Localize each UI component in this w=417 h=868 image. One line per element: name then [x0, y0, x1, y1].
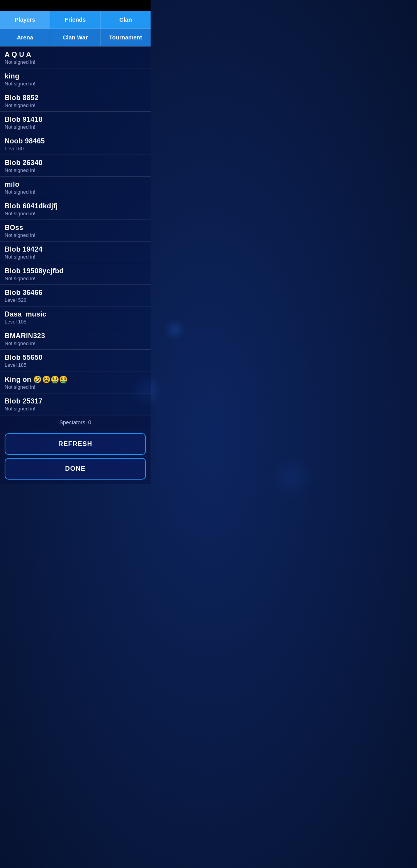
- player-name: Blob 19424: [5, 245, 146, 254]
- player-item[interactable]: Noob 98465Level 60: [0, 133, 151, 155]
- refresh-button[interactable]: REFRESH: [5, 433, 146, 455]
- spectators-bar: Spectators: 0: [0, 415, 151, 429]
- player-status: Not signed in!: [5, 384, 146, 390]
- bottom-buttons: REFRESH DONE: [0, 429, 151, 484]
- player-status: Not signed in!: [5, 211, 146, 216]
- player-name: King on 🤣😫🤮🤮: [5, 375, 146, 384]
- player-status: Level 185: [5, 362, 146, 368]
- player-item[interactable]: BOssNot signed in!: [0, 220, 151, 242]
- top-bar: [0, 0, 151, 11]
- player-status: Level 526: [5, 297, 146, 303]
- player-name: BOss: [5, 224, 146, 232]
- player-name: milo: [5, 180, 146, 189]
- tab-arena[interactable]: Arena: [0, 29, 50, 46]
- player-item[interactable]: Blob 8852Not signed in!: [0, 90, 151, 112]
- player-status: Not signed in!: [5, 124, 146, 130]
- player-item[interactable]: A Q U ANot signed in!: [0, 47, 151, 68]
- player-item[interactable]: Blob 25317Not signed in!: [0, 393, 151, 415]
- player-name: Dasa_music: [5, 310, 146, 318]
- player-item[interactable]: Blob 19424Not signed in!: [0, 242, 151, 263]
- player-name: Blob 26340: [5, 159, 146, 167]
- done-button[interactable]: DONE: [5, 458, 146, 480]
- player-name: Blob 19508ycjfbd: [5, 267, 146, 275]
- player-item[interactable]: kingNot signed in!: [0, 68, 151, 90]
- player-name: Blob 6041dkdjfj: [5, 202, 146, 210]
- player-status: Not signed in!: [5, 232, 146, 238]
- player-status: Not signed in!: [5, 167, 146, 173]
- player-list: A Q U ANot signed in!kingNot signed in!B…: [0, 46, 151, 415]
- player-item[interactable]: King on 🤣😫🤮🤮Not signed in!: [0, 371, 151, 393]
- tab-row-2: Arena Clan War Tournament: [0, 29, 151, 46]
- player-name: Blob 91418: [5, 116, 146, 124]
- player-status: Not signed in!: [5, 81, 146, 87]
- player-item[interactable]: Blob 26340Not signed in!: [0, 155, 151, 177]
- tab-clan[interactable]: Clan: [101, 11, 151, 29]
- player-name: Blob 25317: [5, 397, 146, 405]
- player-item[interactable]: miloNot signed in!: [0, 177, 151, 198]
- player-name: king: [5, 72, 146, 80]
- player-item[interactable]: Dasa_musicLevel 105: [0, 306, 151, 328]
- player-item[interactable]: Blob 91418Not signed in!: [0, 112, 151, 133]
- player-name: Noob 98465: [5, 137, 146, 145]
- player-status: Not signed in!: [5, 189, 146, 195]
- tab-row-1: Players Friends Clan: [0, 11, 151, 29]
- player-item[interactable]: Blob 55650Level 185: [0, 350, 151, 371]
- player-name: BMARIN323: [5, 332, 146, 340]
- player-status: Level 60: [5, 146, 146, 151]
- player-name: A Q U A: [5, 51, 146, 59]
- player-item[interactable]: BMARIN323Not signed in!: [0, 328, 151, 350]
- player-status: Level 105: [5, 319, 146, 325]
- tab-clanwar[interactable]: Clan War: [50, 29, 100, 46]
- player-name: Blob 55650: [5, 354, 146, 362]
- player-status: Not signed in!: [5, 102, 146, 108]
- player-status: Not signed in!: [5, 276, 146, 281]
- player-status: Not signed in!: [5, 406, 146, 412]
- player-item[interactable]: Blob 6041dkdjfjNot signed in!: [0, 198, 151, 220]
- player-item[interactable]: Blob 19508ycjfbdNot signed in!: [0, 263, 151, 285]
- tab-players[interactable]: Players: [0, 11, 50, 29]
- tab-tournament[interactable]: Tournament: [101, 29, 151, 46]
- player-status: Not signed in!: [5, 59, 146, 65]
- player-status: Not signed in!: [5, 340, 146, 346]
- player-item[interactable]: Blob 36466Level 526: [0, 285, 151, 306]
- player-name: Blob 36466: [5, 289, 146, 297]
- tab-friends[interactable]: Friends: [50, 11, 100, 29]
- player-status: Not signed in!: [5, 254, 146, 260]
- player-name: Blob 8852: [5, 94, 146, 102]
